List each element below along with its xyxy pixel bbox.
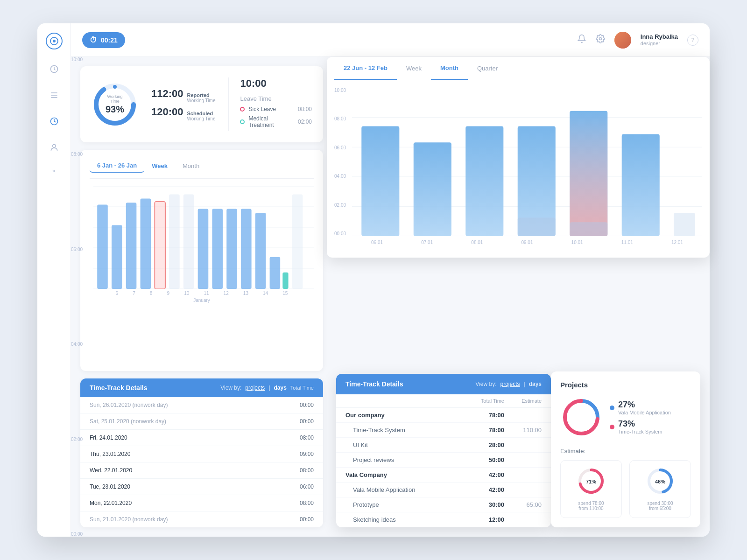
estimate-items: 71% spend 78:00 from 110:00	[560, 460, 691, 518]
view-projects-link-left[interactable]: projects	[245, 385, 265, 391]
avatar[interactable]	[614, 32, 631, 49]
table-row: Thu, 23.01.2020 09:00	[80, 446, 323, 462]
legend-label-pink: Time-Track System	[618, 429, 662, 434]
estimate-item-blue: 46% spend 30:00 from 65:00	[629, 460, 691, 518]
tt-row: UI Kit 28:00	[336, 438, 551, 453]
sick-leave-dot	[240, 107, 245, 112]
tab-month[interactable]: Month	[175, 160, 207, 172]
table-row: Sat, 25.01.2020 (nonwork day) 00:00	[80, 413, 323, 430]
sidebar-item-chart[interactable]	[48, 115, 61, 128]
tt-group-total: 78:00	[467, 412, 504, 419]
scheduled-sublabel: Working Time	[187, 116, 216, 121]
tt-col-total: Total Time	[467, 398, 504, 404]
sidebar-more[interactable]: »	[52, 167, 56, 174]
tab-week[interactable]: Week	[144, 160, 175, 172]
body-area: WorkingTime 93% 112:00 Reported Working …	[71, 57, 710, 537]
medical-value: 02:00	[298, 119, 312, 125]
help-icon[interactable]: ?	[687, 35, 698, 46]
tt-row: Vala Mobile Application 42:00	[336, 483, 551, 497]
y-label-2: 08:00	[71, 152, 87, 157]
sidebar-logo[interactable]	[46, 33, 63, 49]
timer-button[interactable]: ⏱ 00:21	[82, 32, 125, 48]
svg-rect-49	[518, 217, 556, 236]
table-row: Wed, 22.01.2020 08:00	[80, 462, 323, 479]
xlabel-6: 11	[204, 291, 209, 296]
tt-view-by: View by: projects | days	[475, 381, 542, 387]
chart-card: 6 Jan - 26 Jan Week Month 10:00 08:00 06…	[80, 150, 323, 371]
row-value: 08:00	[281, 467, 314, 474]
sidebar: »	[37, 23, 71, 537]
tt-item-total: 30:00	[467, 501, 504, 508]
xlabel-3: 8	[150, 291, 153, 296]
chart-tabs: 6 Jan - 26 Jan Week Month	[90, 159, 314, 179]
legend-dot-pink	[610, 425, 614, 429]
tt-group-name: Our company	[345, 412, 467, 419]
tt-item-total: 42:00	[467, 486, 504, 493]
donut-label: WorkingTime 93%	[106, 94, 124, 115]
sick-leave-label: Sick Leave	[248, 106, 276, 112]
col-total-header-left: Total Time	[290, 385, 314, 391]
tt-item-name: Prototype	[353, 501, 467, 508]
week-tab-date-range[interactable]: 22 Jun - 12 Feb	[334, 57, 397, 80]
tt-item-estimate: 65:00	[504, 501, 542, 508]
settings-icon[interactable]	[596, 34, 605, 46]
svg-rect-23	[169, 195, 180, 289]
estimate-spend-pink: spend 78:00	[578, 501, 604, 506]
estimate-ring-pink: 71%	[577, 467, 605, 497]
week-y-label: 04:00	[334, 174, 352, 179]
table-row: Sun, 26.01.2020 (nonwork day) 00:00	[80, 397, 323, 413]
week-x-label: 12.01	[671, 240, 683, 245]
view-days-left[interactable]: days	[274, 385, 287, 391]
svg-rect-46	[570, 111, 607, 236]
tt-row: Project reviews 50:00	[336, 453, 551, 468]
legend-info-blue: 27% Vala Mobile Application	[618, 400, 671, 415]
y-label-1: 10:00	[71, 57, 87, 62]
svg-point-52	[565, 401, 598, 434]
week-tab-quarter[interactable]: Quarter	[468, 57, 507, 79]
sidebar-item-user[interactable]	[48, 141, 61, 154]
medical-label: Medical Treatment	[248, 115, 294, 128]
sick-leave-item: Sick Leave 08:00	[240, 106, 312, 112]
week-tab-week[interactable]: Week	[397, 57, 431, 79]
week-x-label: 11.01	[621, 240, 633, 245]
svg-rect-18	[112, 225, 122, 289]
tt-row: Prototype 30:00 65:00	[336, 497, 551, 512]
tt-view-by-label: View by:	[475, 381, 496, 387]
header-icons: Inna Rybalka designer ?	[577, 32, 698, 49]
estimate-section: Estimate: 71%	[560, 448, 691, 518]
table-row: Fri, 24.01.2020 08:00	[80, 430, 323, 446]
project-legend: 27% Vala Mobile Application 73% Time-Tra…	[610, 400, 671, 434]
overlay-panels: 22 Jun - 12 Feb Week Month Quarter 10:00…	[327, 57, 710, 537]
y-label-6: 00:00	[71, 532, 87, 537]
svg-text:71%: 71%	[586, 479, 596, 484]
estimate-title: Estimate:	[560, 448, 691, 455]
sidebar-item-list[interactable]	[48, 89, 61, 102]
week-tab-month[interactable]: Month	[431, 57, 468, 80]
svg-text:46%: 46%	[655, 479, 665, 484]
tt-projects-link[interactable]: projects	[500, 381, 520, 387]
notification-icon[interactable]	[577, 34, 586, 46]
xlabel-1: 6	[116, 291, 119, 296]
time-track-left-card: Time-Track Details View by: projects | d…	[80, 378, 323, 527]
svg-point-7	[52, 144, 56, 147]
tt-item-name: Vala Mobile Application	[353, 486, 467, 493]
projects-panel: Projects	[551, 371, 700, 527]
svg-point-1	[53, 40, 56, 42]
reported-value: 112:00	[151, 88, 183, 100]
y-label-3: 06:00	[71, 247, 87, 252]
timer-value: 00:21	[101, 36, 118, 44]
tt-row: Sketching ideas 12:00	[336, 512, 551, 527]
tt-item-total: 12:00	[467, 516, 504, 523]
svg-rect-32	[292, 195, 303, 289]
legend-pct-pink: 73%	[618, 419, 662, 429]
week-chart-area: 10:00 08:00 06:00 04:00 02:00 00:00	[327, 80, 710, 253]
week-x-label: 09.01	[521, 240, 533, 245]
tab-date-range[interactable]: 6 Jan - 26 Jan	[90, 159, 144, 173]
tt-days-link[interactable]: days	[529, 381, 542, 387]
sidebar-item-clock[interactable]	[48, 63, 61, 76]
xlabel-10: 15	[282, 291, 288, 296]
week-x-label: 08.01	[471, 240, 483, 245]
svg-rect-22	[155, 202, 165, 289]
tt-group-total: 42:00	[467, 471, 504, 478]
row-value: 00:00	[281, 418, 314, 425]
